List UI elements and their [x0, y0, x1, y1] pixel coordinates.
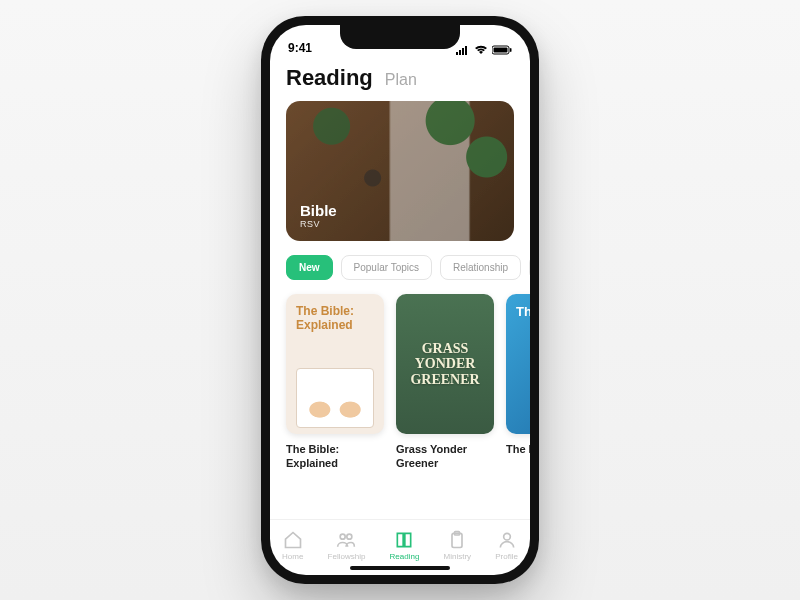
tab-fellowship[interactable]: Fellowship	[328, 530, 366, 561]
tab-profile[interactable]: Profile	[495, 530, 518, 561]
home-icon	[283, 530, 303, 550]
cover-text: The Bles	[516, 304, 530, 319]
tab-label: Profile	[495, 552, 518, 561]
chip-daily[interactable]: Dail	[529, 255, 530, 280]
tab-label: Fellowship	[328, 552, 366, 561]
svg-point-11	[503, 533, 510, 540]
signal-icon	[456, 45, 470, 55]
hero-title: Bible	[300, 202, 337, 219]
svg-rect-1	[459, 50, 461, 55]
hero-text: Bible RSV	[300, 202, 337, 229]
profile-icon	[497, 530, 517, 550]
svg-rect-0	[456, 52, 458, 55]
phone-frame: 9:41 Reading Plan Bible RSV New Popular …	[261, 16, 539, 584]
notch	[340, 25, 460, 49]
screen: 9:41 Reading Plan Bible RSV New Popular …	[270, 25, 530, 575]
book-cover: The Bible: Explained	[286, 294, 384, 434]
tab-reading[interactable]: Reading	[286, 65, 373, 91]
book-cover: GRASS YONDER GREENER	[396, 294, 494, 434]
book-card[interactable]: The Bible: Explained The Bible: Explaine…	[286, 294, 384, 471]
tab-ministry[interactable]: Ministry	[444, 530, 472, 561]
svg-rect-2	[462, 48, 464, 55]
book-cover: The Bles	[506, 294, 530, 434]
tab-home[interactable]: Home	[282, 530, 303, 561]
svg-point-8	[347, 534, 352, 539]
svg-rect-5	[494, 48, 508, 53]
hero-subtitle: RSV	[300, 219, 337, 229]
tab-reading-nav[interactable]: Reading	[390, 530, 420, 561]
cover-text: GRASS YONDER GREENER	[406, 341, 484, 387]
tab-label: Reading	[390, 552, 420, 561]
tab-plan[interactable]: Plan	[385, 71, 417, 89]
tab-label: Ministry	[444, 552, 472, 561]
chip-popular-topics[interactable]: Popular Topics	[341, 255, 432, 280]
tab-label: Home	[282, 552, 303, 561]
svg-rect-3	[465, 46, 467, 55]
svg-rect-6	[510, 48, 512, 52]
book-card[interactable]: GRASS YONDER GREENER Grass Yonder Greene…	[396, 294, 494, 471]
cover-illustration	[296, 368, 374, 428]
hero-card[interactable]: Bible RSV	[286, 101, 514, 241]
battery-icon	[492, 45, 512, 55]
book-cards: The Bible: Explained The Bible: Explaine…	[270, 290, 530, 471]
cover-text: The Bible: Explained	[296, 304, 374, 333]
header: Reading Plan	[270, 57, 530, 101]
wifi-icon	[474, 45, 488, 55]
book-title: Grass Yonder Greener	[396, 442, 494, 471]
svg-point-7	[341, 534, 346, 539]
book-title: The Bible: Explained	[286, 442, 384, 471]
people-icon	[336, 530, 356, 550]
status-time: 9:41	[288, 41, 312, 55]
book-icon	[394, 530, 414, 550]
chip-new[interactable]: New	[286, 255, 333, 280]
clipboard-icon	[447, 530, 467, 550]
book-card[interactable]: The Bles The Bl Devoti	[506, 294, 530, 471]
chip-relationship[interactable]: Relationship	[440, 255, 521, 280]
filter-chips: New Popular Topics Relationship Dail …	[270, 241, 530, 290]
status-icons	[456, 45, 512, 55]
home-indicator[interactable]	[350, 566, 450, 570]
book-title: The Bl Devoti	[506, 442, 530, 456]
